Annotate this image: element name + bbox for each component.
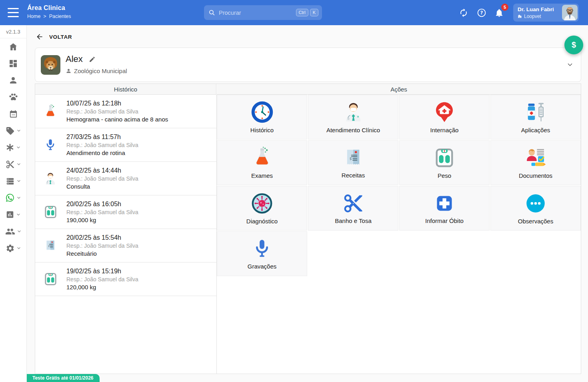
doctor-icon: [342, 101, 365, 123]
history-responsible: Resp.: João Samuel da Silva: [66, 276, 138, 283]
dots-icon: [524, 192, 547, 215]
history-entry[interactable]: $ 20/02/25 às 15:54h Resp.: João Samuel …: [35, 229, 216, 263]
sidebar-item-users[interactable]: [0, 223, 26, 240]
action-atendimento-clinico[interactable]: Atendimento Clínico: [308, 95, 398, 139]
action-informar-obito[interactable]: Informar Óbito: [399, 186, 490, 231]
chevron-down-icon: [16, 212, 21, 217]
history-description: Atendimento de rotina: [66, 149, 138, 156]
sidebar-item-patients[interactable]: [0, 72, 26, 89]
list-icon: [6, 177, 15, 186]
sidebar: v2.1.3: [0, 25, 27, 382]
svg-text:?: ?: [480, 10, 483, 16]
patient-name: Alex: [66, 54, 83, 64]
history-responsible: Resp.: João Samuel da Silva: [66, 108, 168, 115]
history-entry[interactable]: 27/03/25 às 11:57h Resp.: João Samuel da…: [35, 128, 216, 162]
chevron-down-icon: [16, 162, 21, 167]
arrow-left-icon: [36, 33, 44, 41]
actions-grid: Histórico Atendimento Clínico Internação…: [217, 95, 581, 276]
action-label: Atendimento Clínico: [326, 127, 380, 133]
trial-badge: Teste Grátis até 01/01/2026: [26, 374, 100, 382]
topbar: Área Clinica Home > Pacientes Ctrl K ? 5…: [0, 0, 588, 25]
history-entry[interactable]: 19/02/25 às 15:19h Resp.: João Samuel da…: [35, 263, 216, 296]
history-description: Consulta: [66, 183, 138, 190]
search-input[interactable]: [219, 10, 294, 16]
action-internacao[interactable]: Internação: [399, 95, 490, 139]
action-banho-e-tosa[interactable]: Banho e Tosa: [308, 186, 398, 231]
edit-pencil-icon[interactable]: [89, 56, 96, 63]
history-entry[interactable]: 10/07/25 às 12:18h Resp.: João Samuel da…: [35, 95, 216, 128]
whatsapp-icon: [5, 193, 15, 203]
sidebar-item-dashboard[interactable]: [0, 55, 26, 72]
action-observacoes[interactable]: Observações: [490, 186, 581, 231]
patient-avatar: [41, 55, 60, 75]
chevron-down-icon: [16, 128, 21, 133]
chevron-down-icon: [16, 246, 21, 251]
action-label: Aplicações: [521, 127, 550, 133]
sidebar-item-pets[interactable]: [0, 89, 26, 105]
breadcrumb-home[interactable]: Home: [27, 14, 40, 19]
action-label: Histórico: [250, 127, 274, 133]
action-peso[interactable]: Peso: [399, 140, 490, 185]
action-historico[interactable]: Histórico: [217, 95, 307, 139]
action-documentos[interactable]: Documentos: [490, 140, 581, 185]
clinical-board: Histórico Ações 10/07/25 às 12:18h Resp.…: [35, 84, 581, 374]
action-label: Documentos: [519, 172, 552, 179]
user-chip[interactable]: Dr. Luan Fabri Loopvet: [513, 4, 579, 22]
sidebar-item-settings[interactable]: [0, 240, 26, 257]
sync-icon[interactable]: [459, 8, 468, 18]
sidebar-item-tags[interactable]: [0, 122, 26, 139]
dashboard-icon: [8, 59, 18, 68]
receipt-icon: $: [342, 147, 364, 169]
user-company: Loopvet: [524, 14, 541, 19]
notification-badge: 5: [501, 4, 508, 11]
action-label: Internação: [430, 127, 459, 133]
history-date: 27/03/25 às 11:57h: [66, 133, 138, 141]
virus-icon: [251, 192, 273, 215]
card-chevron-down-icon[interactable]: [566, 61, 574, 68]
sidebar-item-agenda[interactable]: [0, 105, 26, 122]
search-icon: [208, 9, 215, 16]
history-list: 10/07/25 às 12:18h Resp.: João Samuel da…: [35, 95, 217, 374]
person-icon: [8, 76, 18, 85]
gear-icon: [6, 244, 15, 253]
history-date: 10/07/25 às 12:18h: [66, 100, 168, 107]
action-label: Informar Óbito: [425, 217, 464, 224]
sidebar-item-records[interactable]: [0, 173, 26, 189]
sidebar-item-home[interactable]: [0, 38, 26, 55]
action-diagnostico[interactable]: Diagnóstico: [217, 186, 307, 231]
help-icon[interactable]: ?: [477, 8, 486, 18]
history-description: 190,000 kg: [66, 217, 138, 223]
history-entry[interactable]: 24/02/25 às 14:44h Resp.: João Samuel da…: [35, 162, 216, 195]
hamburger-menu-icon[interactable]: [8, 8, 19, 17]
action-aplicacoes[interactable]: Aplicações: [490, 95, 581, 139]
main-content: VOLTAR $ Alex Zoológico Municipal: [27, 25, 588, 382]
sidebar-item-grooming[interactable]: [0, 156, 26, 173]
action-exames[interactable]: Exames: [217, 140, 307, 185]
flask-icon: [43, 104, 58, 119]
chevron-down-icon: [16, 179, 21, 183]
search-box[interactable]: Ctrl K: [204, 5, 322, 20]
history-date: 19/02/25 às 15:19h: [66, 268, 138, 275]
action-gravacoes[interactable]: Gravações: [217, 231, 307, 276]
microphone-icon: [251, 238, 273, 260]
empty-cell: [490, 231, 581, 276]
action-label: Observações: [518, 218, 553, 225]
sidebar-item-reports[interactable]: [0, 206, 26, 223]
action-label: Peso: [438, 172, 451, 179]
home-icon: [8, 42, 18, 52]
tag-icon: [6, 126, 15, 135]
history-entry[interactable]: 20/02/25 às 16:05h Resp.: João Samuel da…: [35, 195, 216, 229]
svg-text:$: $: [350, 156, 352, 161]
back-button[interactable]: VOLTAR: [36, 33, 72, 41]
action-receitas[interactable]: $ Receitas: [308, 140, 398, 185]
finance-fab-button[interactable]: $: [564, 36, 583, 54]
history-date: 20/02/25 às 16:05h: [66, 201, 138, 208]
sidebar-item-services[interactable]: [0, 139, 26, 156]
chart-icon: [6, 210, 14, 219]
user-avatar: [562, 5, 578, 20]
cross-icon: [434, 193, 455, 214]
chevron-down-icon: [16, 145, 21, 150]
sidebar-item-whatsapp[interactable]: [0, 189, 26, 206]
scale-icon: [43, 272, 58, 286]
calendar-icon: [9, 109, 18, 119]
